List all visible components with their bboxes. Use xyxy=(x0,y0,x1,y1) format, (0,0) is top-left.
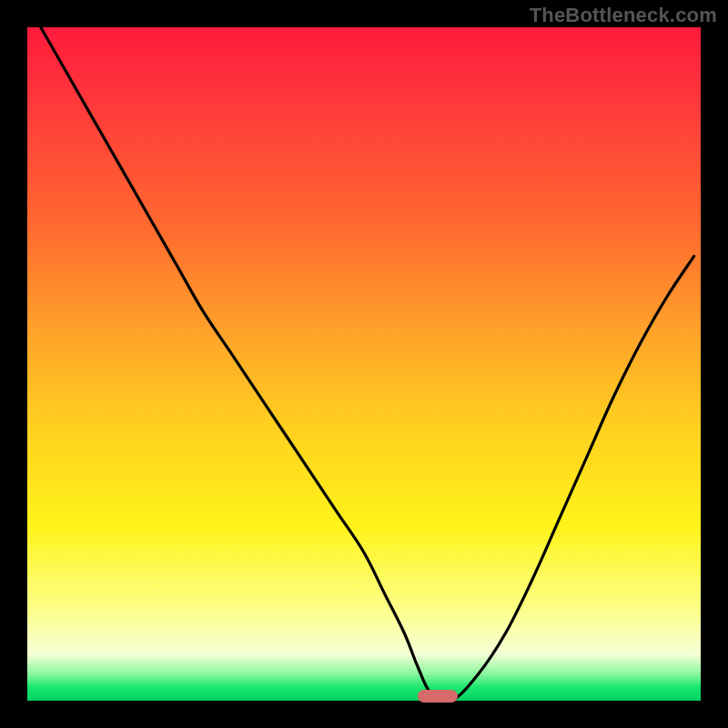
plot-area xyxy=(27,27,701,701)
optimal-marker xyxy=(418,690,458,703)
bottleneck-curve xyxy=(27,27,701,701)
chart-frame: TheBottleneck.com xyxy=(0,0,728,728)
attribution-label: TheBottleneck.com xyxy=(530,4,717,27)
